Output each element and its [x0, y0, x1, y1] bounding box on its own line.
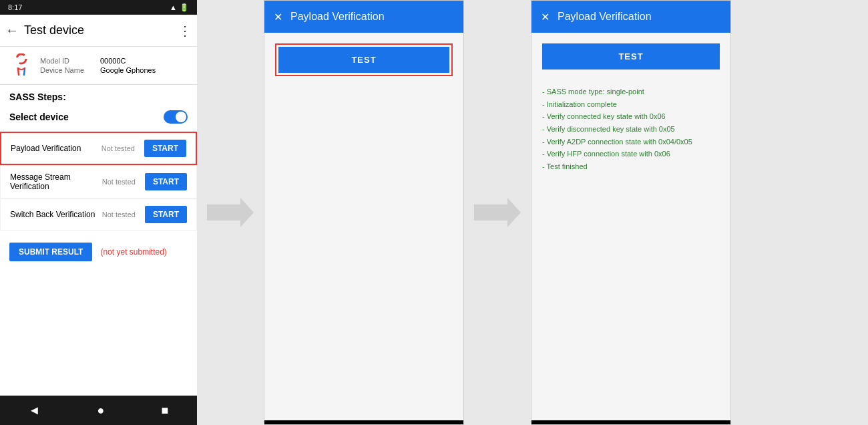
- dialog-title-2: Payload Verification: [558, 11, 652, 23]
- step-status-message: Not tested: [102, 178, 136, 186]
- step-row-message: Message StreamVerification Not tested ST…: [0, 165, 197, 198]
- dialog-header-2: ✕ Payload Verification: [531, 1, 730, 33]
- dialog-close-button-2[interactable]: ✕: [541, 11, 550, 23]
- arrow-right-icon: [207, 198, 254, 227]
- result-line: - Verify HFP connection state with 0x06: [542, 148, 720, 160]
- steps-list: Payload Verification Not tested START Me…: [0, 132, 197, 231]
- start-button-message[interactable]: START: [145, 173, 187, 190]
- dialog-header-1: ✕ Payload Verification: [264, 1, 463, 33]
- home-nav-button[interactable]: ●: [97, 404, 105, 418]
- start-button-payload[interactable]: START: [144, 140, 186, 157]
- device-details: Model ID 00000C Device Name Google Gphon…: [40, 57, 156, 74]
- result-line: - Verify connected key state with 0x06: [542, 110, 720, 123]
- step-name-message: Message StreamVerification: [10, 172, 97, 191]
- submit-status: (not yet submitted): [100, 247, 166, 257]
- step-status-switchback: Not tested: [102, 210, 136, 219]
- battery-icon: 🔋: [180, 3, 189, 12]
- status-time: 8:17: [8, 3, 22, 11]
- sass-section: SASS Steps: Select device: [0, 85, 197, 132]
- back-button[interactable]: ←: [5, 23, 19, 38]
- select-device-toggle[interactable]: [164, 110, 188, 124]
- dialog-screen-2: ✕ Payload Verification TEST - SASS mode …: [531, 0, 731, 425]
- dialog-bottom-bar-1: [264, 420, 463, 424]
- step-row-switchback: Switch Back Verification Not tested STAR…: [0, 198, 197, 231]
- start-button-switchback[interactable]: START: [145, 206, 187, 223]
- step-name-payload: Payload Verification: [11, 144, 96, 153]
- overflow-menu-button[interactable]: ⋮: [178, 23, 192, 39]
- arrow-right-icon-2: [474, 198, 521, 227]
- back-nav-button[interactable]: ◄: [29, 404, 41, 418]
- svg-marker-1: [207, 198, 254, 227]
- arrow-2: [464, 0, 531, 425]
- device-info-section: Model ID 00000C Device Name Google Gphon…: [0, 47, 197, 85]
- dialog-close-button-1[interactable]: ✕: [274, 11, 282, 23]
- model-id-label: Model ID: [40, 57, 87, 65]
- dialog-bottom-bar-2: [531, 420, 730, 424]
- submit-row: SUBMIT RESULT (not yet submitted): [0, 233, 197, 271]
- test-button-2[interactable]: TEST: [542, 43, 720, 69]
- wifi-icon: ▲: [170, 3, 177, 11]
- result-line: - Verify A2DP connection state with 0x04…: [542, 136, 720, 148]
- page-title: Test device: [24, 23, 178, 37]
- status-bar-right: ▲ 🔋: [170, 3, 189, 12]
- device-name-row: Device Name Google Gphones: [40, 66, 156, 74]
- result-line: - Test finished: [542, 160, 720, 173]
- arrow-1: [197, 0, 264, 425]
- phone-content: ← Test device ⋮ Model ID 00000C Device N…: [0, 15, 197, 396]
- status-bar-left: 8:17: [8, 3, 22, 11]
- recent-nav-button[interactable]: ■: [162, 404, 169, 418]
- device-logo: [9, 53, 33, 78]
- status-bar: 8:17 ▲ 🔋: [0, 0, 197, 15]
- select-device-row: Select device: [9, 108, 188, 129]
- dialog-screen-1: ✕ Payload Verification TEST: [264, 0, 464, 425]
- dialog-body-2: TEST - SASS mode type: single-point- Ini…: [531, 33, 730, 420]
- dialog-title-1: Payload Verification: [290, 11, 385, 23]
- model-id-value: 00000C: [100, 57, 126, 65]
- svg-point-0: [17, 54, 26, 63]
- select-device-label: Select device: [9, 112, 69, 122]
- step-row-payload: Payload Verification Not tested START: [0, 132, 197, 165]
- test-button-wrapper: TEST: [275, 43, 453, 76]
- dialog-body-1: TEST: [264, 33, 463, 420]
- step-name-switchback: Switch Back Verification: [10, 210, 97, 219]
- svg-marker-2: [474, 198, 521, 227]
- device-name-label: Device Name: [40, 66, 87, 74]
- model-id-row: Model ID 00000C: [40, 57, 156, 65]
- toggle-knob: [176, 112, 186, 122]
- step-status-payload: Not tested: [101, 144, 135, 152]
- phone-screen: 8:17 ▲ 🔋 ← Test device ⋮ M: [0, 0, 197, 425]
- device-name-value: Google Gphones: [100, 66, 156, 74]
- top-app-bar: ← Test device ⋮: [0, 15, 197, 47]
- submit-result-button[interactable]: SUBMIT RESULT: [9, 243, 92, 261]
- result-line: - Initialization complete: [542, 98, 720, 111]
- test-results: - SASS mode type: single-point- Initiali…: [542, 86, 720, 173]
- result-line: - Verify disconnected key state with 0x0…: [542, 123, 720, 136]
- sass-title: SASS Steps:: [9, 92, 188, 102]
- test-button-1[interactable]: TEST: [278, 47, 449, 73]
- navigation-bar: ◄ ● ■: [0, 396, 197, 425]
- result-line: - SASS mode type: single-point: [542, 86, 720, 98]
